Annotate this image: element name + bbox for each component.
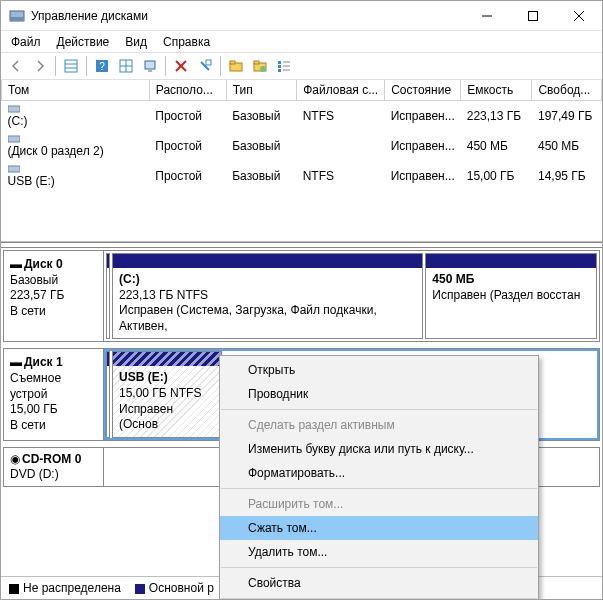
- properties-icon[interactable]: [194, 55, 216, 77]
- legend-swatch-unallocated: [9, 584, 19, 594]
- disk-icon: ▬: [10, 257, 22, 271]
- disk-icon: ▬: [10, 355, 22, 369]
- svg-rect-15: [206, 60, 211, 65]
- disk0-p1-title: (C:): [119, 272, 416, 288]
- disk0-leading-gap: [106, 253, 110, 339]
- menu-file[interactable]: Файл: [3, 33, 49, 51]
- disk1-p1-title: USB (E:): [119, 370, 215, 386]
- disk0-status: В сети: [10, 304, 97, 320]
- refresh-icon[interactable]: [115, 55, 137, 77]
- disk1-status: В сети: [10, 418, 97, 434]
- disk1-header[interactable]: ▬Диск 1 Съемное устрой 15,00 ГБ В сети: [4, 349, 104, 439]
- legend-primary: Основной р: [149, 581, 214, 595]
- svg-text:?: ?: [99, 61, 105, 72]
- legend-swatch-primary: [135, 584, 145, 594]
- volume-list: Том Располо... Тип Файловая с... Состоян…: [1, 80, 602, 242]
- svg-rect-29: [8, 166, 20, 172]
- column-headers: Том Располо... Тип Файловая с... Состоян…: [2, 80, 602, 101]
- maximize-button[interactable]: [510, 1, 556, 31]
- list2-icon[interactable]: [273, 55, 295, 77]
- back-button[interactable]: [5, 55, 27, 77]
- disk0-p1-state: Исправен (Система, Загрузка, Файл подкач…: [119, 303, 416, 334]
- svg-rect-27: [8, 106, 20, 112]
- ctx-format[interactable]: Форматировать...: [220, 461, 538, 485]
- col-layout[interactable]: Располо...: [149, 80, 226, 101]
- forward-button[interactable]: [29, 55, 51, 77]
- col-state[interactable]: Состояние: [385, 80, 461, 101]
- disk0-p2-title: 450 МБ: [432, 272, 590, 288]
- table-row[interactable]: USB (E:)ПростойБазовыйNTFSИсправен...15,…: [2, 161, 602, 191]
- disk1-part-usb[interactable]: USB (E:) 15,00 ГБ NTFS Исправен (Основ: [112, 351, 222, 437]
- disk0-name: Диск 0: [24, 257, 63, 271]
- action-icon[interactable]: [139, 55, 161, 77]
- menu-action[interactable]: Действие: [49, 33, 118, 51]
- ctx-shrink[interactable]: Сжать том...: [220, 516, 538, 540]
- svg-rect-17: [230, 61, 235, 64]
- svg-rect-22: [278, 65, 281, 68]
- ctx-explorer[interactable]: Проводник: [220, 382, 538, 406]
- folder2-icon[interactable]: [249, 55, 271, 77]
- disk0-header[interactable]: ▬Диск 0 Базовый 223,57 ГБ В сети: [4, 251, 104, 341]
- col-free[interactable]: Свобод...: [532, 80, 602, 101]
- close-button[interactable]: [556, 1, 602, 31]
- delete-icon[interactable]: [170, 55, 192, 77]
- svg-rect-3: [529, 11, 538, 20]
- disc-icon: ◉: [10, 452, 20, 466]
- disk0-part-recovery[interactable]: 450 МБ Исправен (Раздел восстан: [425, 253, 597, 339]
- disk0-size: 223,57 ГБ: [10, 288, 97, 304]
- app-icon: [9, 8, 25, 24]
- window-title: Управление дисками: [31, 9, 464, 23]
- ctx-change-letter[interactable]: Изменить букву диска или путь к диску...: [220, 437, 538, 461]
- title-bar: Управление дисками: [1, 1, 602, 31]
- col-capacity[interactable]: Емкость: [461, 80, 532, 101]
- svg-rect-1: [10, 17, 24, 21]
- menu-help[interactable]: Справка: [155, 33, 218, 51]
- disk0-type: Базовый: [10, 273, 97, 289]
- ctx-open[interactable]: Открыть: [220, 358, 538, 382]
- ctx-make-active: Сделать раздел активным: [220, 413, 538, 437]
- disk1-p1-sub: 15,00 ГБ NTFS: [119, 386, 215, 402]
- context-menu: Открыть Проводник Сделать раздел активны…: [219, 355, 539, 600]
- disk1-size: 15,00 ГБ: [10, 402, 97, 418]
- col-volume[interactable]: Том: [2, 80, 150, 101]
- legend-unallocated: Не распределена: [23, 581, 121, 595]
- disk0-part-c[interactable]: (C:) 223,13 ГБ NTFS Исправен (Система, З…: [112, 253, 423, 339]
- help-icon[interactable]: ?: [91, 55, 113, 77]
- ctx-properties[interactable]: Свойства: [220, 571, 538, 595]
- svg-rect-6: [65, 60, 77, 72]
- ctx-extend: Расширить том...: [220, 492, 538, 516]
- disk-row-0: ▬Диск 0 Базовый 223,57 ГБ В сети (C:) 22…: [3, 250, 600, 342]
- menu-bar: Файл Действие Вид Справка: [1, 31, 602, 52]
- disk1-p1-state: Исправен (Основ: [119, 402, 215, 433]
- table-row[interactable]: (C:)ПростойБазовыйNTFSИсправен...223,13 …: [2, 101, 602, 132]
- cd-name: CD-ROM 0: [22, 452, 81, 466]
- minimize-button[interactable]: [464, 1, 510, 31]
- svg-rect-23: [278, 69, 281, 72]
- menu-view[interactable]: Вид: [117, 33, 155, 51]
- disk-management-window: Управление дисками Файл Действие Вид Спр…: [0, 0, 603, 600]
- toolbar: ?: [1, 52, 602, 80]
- disk1-name: Диск 1: [24, 355, 63, 369]
- svg-rect-12: [145, 61, 155, 69]
- ctx-delete[interactable]: Удалить том...: [220, 540, 538, 564]
- disk0-p1-sub: 223,13 ГБ NTFS: [119, 288, 416, 304]
- folder-icon[interactable]: [225, 55, 247, 77]
- disk1-leading-gap: [106, 351, 110, 437]
- svg-rect-19: [254, 61, 259, 64]
- col-type[interactable]: Тип: [226, 80, 296, 101]
- cd-type: DVD (D:): [10, 467, 97, 483]
- disk0-p2-state: Исправен (Раздел восстан: [432, 288, 590, 304]
- table-row[interactable]: (Диск 0 раздел 2)ПростойБазовыйИсправен.…: [2, 131, 602, 161]
- cdrom-header[interactable]: ◉CD-ROM 0 DVD (D:): [4, 448, 104, 486]
- view-list-icon[interactable]: [60, 55, 82, 77]
- col-fs[interactable]: Файловая с...: [297, 80, 385, 101]
- svg-rect-28: [8, 136, 20, 142]
- disk1-type: Съемное устрой: [10, 371, 97, 402]
- svg-point-20: [260, 66, 266, 72]
- svg-rect-21: [278, 61, 281, 64]
